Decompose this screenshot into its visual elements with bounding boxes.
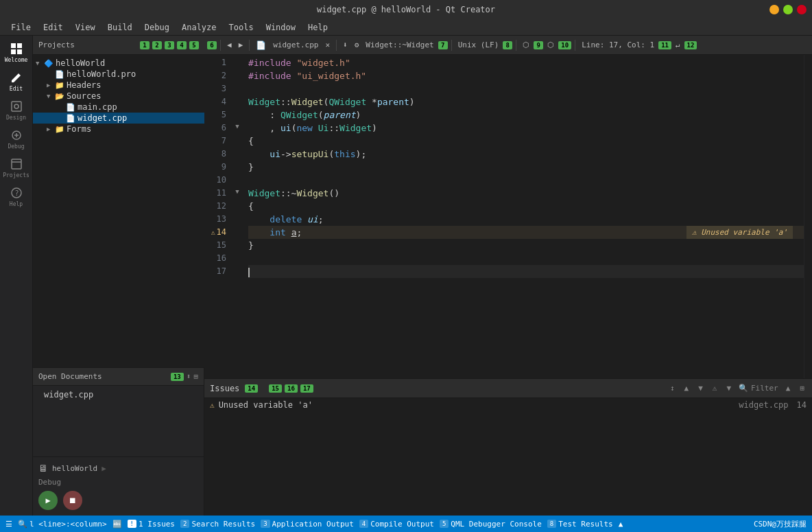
sidebar-icon-debug[interactable]: Debug [3,125,30,152]
status-app-output[interactable]: 3 Application Output [261,520,354,529]
editor-gutter: ▼ ▼ [232,55,243,378]
issues-warning-filter[interactable]: ⚠ [710,383,719,393]
toolbar-btn-9[interactable]: ⬡ [520,40,532,50]
ln-3: 3 [204,82,226,95]
status-search-results[interactable]: 2 Search Results [180,520,255,529]
filter-icon: 🔍 [739,384,748,393]
issue-line-1: 14 [797,400,807,410]
title-bar-text: widget.cpp @ helloWorld - Qt Creator [317,5,495,14]
run-button[interactable]: ▶ [38,491,58,510]
editor-scrollbar[interactable] [804,55,812,378]
help-label: Help [10,201,23,207]
tree-item-helloworld[interactable]: ▼ 🔷 helloWorld [33,58,204,69]
issues-sort-desc[interactable]: ▼ [696,383,705,393]
ln-5: 5 [204,108,226,122]
sidebar-icon-help[interactable]: ? Help [3,183,30,210]
debug-device-label: helloWorld [52,464,97,473]
menu-edit[interactable]: Edit [38,21,69,34]
issues-badge-status: ! [128,520,136,528]
status-test-results[interactable]: 8 Test Results [547,520,613,529]
sep6 [575,40,575,51]
code-line-14: int a;⚠ Unused variable 'a' [248,226,804,239]
open-docs-sort[interactable]: ⬍ [187,372,191,381]
sidebar-icon-welcome[interactable]: Welcome [3,38,30,66]
issues-sort-asc[interactable]: ▲ [682,383,691,393]
toolbar-line-ending[interactable]: Unix (LF) [455,40,502,50]
sep5 [516,40,516,51]
tree-item-headers[interactable]: ▶ 📁 Headers [33,80,204,91]
sidebar-icon-projects[interactable]: Projects [3,154,30,181]
open-docs-split[interactable]: ⊞ [193,372,198,381]
issues-collapse-btn[interactable]: ↕ [668,383,677,393]
menu-analyze[interactable]: Analyze [176,21,222,34]
folder-icon-sources: 📂 [55,92,64,101]
issue-row-1[interactable]: ⚠ Unused variable 'a' widget.cpp 14 [204,398,812,412]
sidebar-icon-edit[interactable]: Edit [3,67,30,95]
tree-arrow-forms[interactable]: ▶ [47,126,55,132]
code-line-6: , ui(new Ui::Widget) [248,122,804,135]
stop-button[interactable]: ⏹ [63,491,82,510]
menu-window[interactable]: Window [261,21,301,34]
toolbar-num-7: 7 [438,41,448,49]
sidebar-icon-design[interactable]: Design [3,96,30,124]
filter-label[interactable]: Filter [751,384,778,393]
ln-17: 17 [204,265,226,278]
menu-file[interactable]: File [5,21,36,34]
welcome-label: Welcome [5,57,28,63]
toolbar-fn-name[interactable]: Widget::~Widget [363,40,436,50]
issues-num-17: 17 [300,384,313,393]
svg-point-5 [14,104,19,108]
issues-maximize[interactable]: ⊞ [798,383,807,393]
gutter-4 [232,94,243,107]
app-output-num: 3 [261,520,270,528]
tree-item-widgetcpp[interactable]: 📄 widget.cpp [33,113,204,124]
tree-item-helloworldpro[interactable]: 📄 helloWorld.pro [33,69,204,80]
tree-item-sources[interactable]: ▼ 📂 Sources [33,91,204,102]
file-icon-tab: 📄 [253,40,269,51]
tree-item-forms[interactable]: ▶ 📁 Forms [33,124,204,135]
menu-debug[interactable]: Debug [139,21,175,34]
ln-16: 16 [204,252,226,265]
tree-arrow-helloworld[interactable]: ▼ [36,60,44,67]
gutter-8 [232,146,243,159]
close-button[interactable]: ✕ [797,5,807,14]
toolbar-num-12: 12 [684,41,697,49]
toolbar-btn-forward[interactable]: ▶ [236,40,246,50]
maximize-button[interactable]: □ [783,5,793,14]
code-content[interactable]: #include "widget.h" #include "ui_widget.… [243,55,804,378]
warning-annotation-14: ⚠ Unused variable 'a' [686,226,793,239]
menu-tools[interactable]: Tools [224,21,259,34]
ln-1: 1 [204,56,226,69]
toolbar-dropdown-left[interactable]: ⬇ [340,40,350,50]
status-compile-output[interactable]: 4 Compile Output [359,520,434,529]
menu-view[interactable]: View [70,21,101,34]
menu-bar: File Edit View Build Debug Analyze Tools… [0,19,812,36]
status-encoding[interactable]: 🔤 [112,520,122,529]
code-editor[interactable]: 1 2 3 4 5 6 7 8 9 10 11 12 13 ⚠14 15 16 … [204,55,812,378]
toolbar-btn-10[interactable]: ⬡ [545,40,557,50]
toolbar-wrap[interactable]: ↵ [673,40,683,50]
qml-debugger-label: QML Debugger Console [451,520,541,529]
title-bar: widget.cpp @ helloWorld - Qt Creator − □… [0,0,812,19]
open-docs-title: Open Documents [38,372,102,381]
toolbar-btn-back[interactable]: ◀ [224,40,235,50]
menu-help[interactable]: Help [302,21,333,34]
fold-11[interactable]: ▼ [232,185,243,198]
status-search[interactable]: 🔍 l <line>:<column> [18,520,107,529]
issues-settings[interactable]: ▼ [724,383,733,393]
tree-arrow-sources[interactable]: ▼ [47,93,55,100]
fold-6[interactable]: ▼ [232,120,243,133]
status-qml-debugger[interactable]: 5 QML Debugger Console [440,520,542,529]
open-doc-widget[interactable]: widget.cpp [33,389,204,401]
toolbar-filename[interactable]: widget.cpp [270,40,321,50]
issues-collapse-all[interactable]: ▲ [784,383,793,393]
status-issues[interactable]: ! 1 Issues [128,520,175,529]
status-hamburger[interactable]: ☰ [5,520,12,529]
minimize-button[interactable]: − [769,5,779,14]
status-right: CSDN@万技踩腿 [754,519,807,529]
status-expand-arrow[interactable]: ▲ [619,520,623,529]
tree-arrow-headers[interactable]: ▶ [47,82,55,89]
toolbar-close-tab[interactable]: ✕ [322,40,333,50]
menu-build[interactable]: Build [102,21,138,34]
tree-item-maincpp[interactable]: 📄 main.cpp [33,102,204,113]
